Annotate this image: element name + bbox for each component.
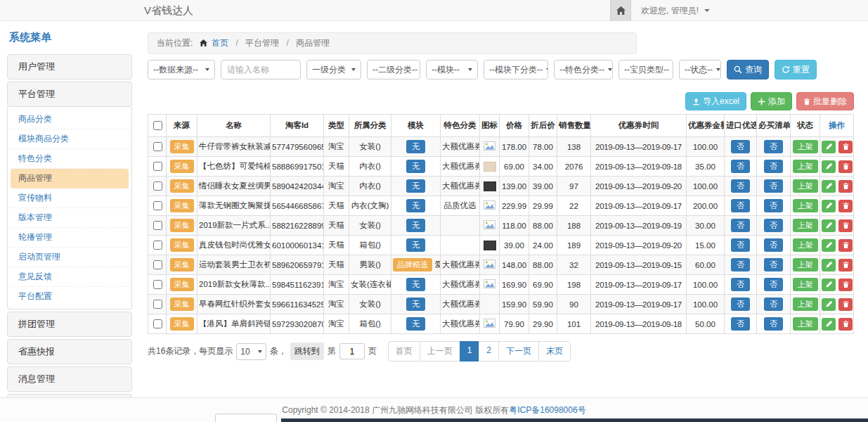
select-all-checkbox[interactable] — [153, 121, 162, 130]
delete-button[interactable] — [838, 239, 853, 252]
import-excel-button[interactable]: 导入excel — [685, 92, 746, 110]
row-checkbox[interactable] — [153, 280, 162, 289]
delete-button[interactable] — [838, 200, 853, 212]
import-select-toggle[interactable]: 否 — [731, 258, 750, 271]
import-select-toggle[interactable]: 否 — [731, 160, 750, 173]
status-button[interactable]: 上架 — [793, 140, 818, 153]
row-checkbox[interactable] — [153, 162, 162, 171]
icp-link[interactable]: 粤ICP备16098006号 — [509, 405, 585, 415]
sidebar-item-product-category[interactable]: 商品分类 — [11, 110, 129, 129]
status-button[interactable]: 上架 — [793, 179, 818, 193]
sidebar-item-feedback[interactable]: 意见反馈 — [11, 267, 129, 287]
status-button[interactable]: 上架 — [793, 258, 818, 271]
import-select-toggle[interactable]: 否 — [731, 298, 750, 311]
must-buy-toggle[interactable]: 否 — [764, 140, 783, 153]
edit-button[interactable] — [822, 200, 836, 212]
must-buy-toggle[interactable]: 否 — [764, 238, 783, 252]
row-checkbox[interactable] — [153, 201, 162, 210]
sidebar-group-message-management[interactable]: 消息管理 — [7, 366, 132, 392]
edit-button[interactable] — [822, 318, 836, 331]
last-page-button[interactable]: 末页 — [538, 341, 571, 362]
sidebar-item-version-management[interactable]: 版本管理 — [11, 208, 129, 228]
delete-button[interactable] — [838, 180, 853, 193]
must-buy-toggle[interactable]: 否 — [764, 298, 783, 311]
status-button[interactable]: 上架 — [793, 160, 818, 173]
level2-category-select[interactable]: --二级分类-- — [367, 60, 420, 79]
sidebar-item-carousel-management[interactable]: 轮播管理 — [11, 228, 129, 248]
delete-button[interactable] — [838, 141, 853, 153]
delete-button[interactable] — [838, 160, 853, 173]
sidebar-group-save-express-news[interactable]: 省惠快报 — [7, 339, 132, 364]
sidebar-item-feature-category[interactable]: 特色分类 — [11, 149, 129, 169]
row-checkbox[interactable] — [153, 300, 162, 309]
delete-button[interactable] — [838, 219, 853, 232]
status-button[interactable]: 上架 — [793, 298, 818, 311]
data-source-select[interactable]: --数据来源-- — [148, 60, 215, 79]
page-button-1[interactable]: 1 — [460, 341, 480, 362]
sidebar-item-product-management[interactable]: 商品管理 — [11, 169, 129, 188]
row-checkbox[interactable] — [153, 221, 162, 230]
row-checkbox[interactable] — [153, 142, 162, 151]
prev-page-button[interactable]: 上一页 — [420, 341, 460, 362]
module-subcategory-select[interactable]: --模块下分类-- — [484, 60, 548, 79]
sidebar-group-user-management[interactable]: 用户管理 — [7, 54, 132, 79]
name-search-input[interactable] — [221, 60, 301, 79]
sidebar-item-promo-material[interactable]: 宣传物料 — [11, 188, 129, 208]
must-buy-toggle[interactable]: 否 — [764, 258, 783, 271]
delete-button[interactable] — [838, 298, 853, 311]
sidebar-group-groupbuy-management[interactable]: 拼团管理 — [7, 312, 132, 337]
per-page-select[interactable]: 10 — [236, 343, 266, 360]
user-menu[interactable]: 欢迎您, 管理员! — [641, 5, 710, 17]
row-checkbox[interactable] — [153, 319, 162, 328]
row-checkbox[interactable] — [153, 181, 162, 191]
import-select-toggle[interactable]: 否 — [731, 219, 750, 232]
edit-button[interactable] — [822, 141, 836, 153]
must-buy-toggle[interactable]: 否 — [764, 199, 783, 212]
first-page-button[interactable]: 首页 — [388, 341, 420, 362]
import-select-toggle[interactable]: 否 — [731, 317, 750, 331]
page-button-2[interactable]: 2 — [479, 341, 499, 362]
must-buy-toggle[interactable]: 否 — [764, 317, 783, 331]
status-button[interactable]: 上架 — [793, 219, 818, 232]
status-button[interactable]: 上架 — [793, 199, 818, 212]
import-select-toggle[interactable]: 否 — [731, 140, 750, 153]
add-button[interactable]: 添加 — [751, 92, 792, 110]
status-button[interactable]: 上架 — [793, 238, 818, 252]
import-select-toggle[interactable]: 否 — [731, 238, 750, 252]
sidebar-group-platform-management[interactable]: 平台管理 — [7, 82, 132, 107]
page-number-input[interactable] — [339, 343, 365, 359]
search-button[interactable]: 查询 — [727, 60, 769, 79]
module-select[interactable]: --模块-- — [426, 60, 478, 79]
sidebar-item-module-product-category[interactable]: 模块商品分类 — [11, 129, 129, 149]
row-checkbox[interactable] — [153, 260, 162, 269]
feature-category-select[interactable]: --特色分类-- — [554, 60, 613, 79]
level1-category-select[interactable]: 一级分类 — [306, 60, 361, 79]
breadcrumb-home-link[interactable]: 首页 — [212, 38, 228, 48]
import-select-toggle[interactable]: 否 — [731, 199, 750, 212]
edit-button[interactable] — [822, 298, 836, 311]
batch-delete-button[interactable]: 批量删除 — [796, 92, 854, 110]
delete-button[interactable] — [838, 279, 853, 291]
import-select-toggle[interactable]: 否 — [731, 278, 750, 291]
status-button[interactable]: 上架 — [793, 317, 818, 331]
must-buy-toggle[interactable]: 否 — [764, 219, 783, 232]
status-button[interactable]: 上架 — [793, 278, 818, 291]
edit-button[interactable] — [822, 259, 836, 271]
import-select-toggle[interactable]: 否 — [731, 179, 750, 193]
must-buy-toggle[interactable]: 否 — [764, 160, 783, 173]
edit-button[interactable] — [822, 239, 836, 252]
reset-button[interactable]: 重置 — [775, 60, 817, 79]
edit-button[interactable] — [822, 160, 836, 173]
delete-button[interactable] — [838, 318, 853, 331]
home-button[interactable] — [610, 0, 631, 21]
sidebar-item-platform-config[interactable]: 平台配置 — [11, 287, 129, 306]
next-page-button[interactable]: 下一页 — [498, 341, 539, 362]
row-checkbox[interactable] — [153, 241, 162, 250]
must-buy-toggle[interactable]: 否 — [764, 278, 783, 291]
sidebar-item-splash-page-management[interactable]: 启动页管理 — [11, 248, 129, 267]
jump-button[interactable]: 跳转到 — [290, 343, 324, 360]
edit-button[interactable] — [822, 279, 836, 291]
edit-button[interactable] — [822, 219, 836, 232]
status-select[interactable]: --状态-- — [679, 60, 721, 79]
delete-button[interactable] — [838, 259, 853, 271]
